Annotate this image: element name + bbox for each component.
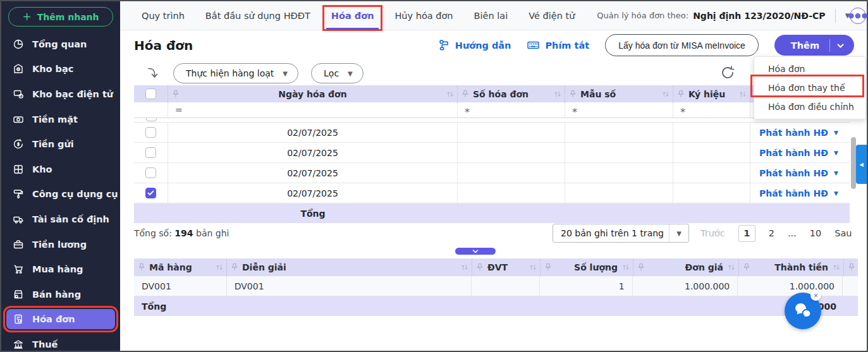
sidebar-item-ban-hang[interactable]: Bán hàng [1, 282, 120, 307]
select-all-checkbox[interactable] [145, 88, 156, 99]
shortcut-link[interactable]: Phím tắt [527, 39, 589, 51]
column-header-template[interactable]: Mẫu số [565, 85, 673, 102]
invoice-decree-selector[interactable]: Quản lý hóa đơn theo: Nghị định 123/2020… [597, 9, 850, 23]
row-checkbox[interactable] [145, 147, 156, 158]
panel-collapse-handle[interactable] [455, 248, 496, 255]
sort-icon[interactable] [728, 264, 735, 271]
sidebar-item-tong-quan[interactable]: Tổng quan [1, 32, 120, 57]
refresh-icon[interactable] [719, 64, 736, 81]
pin-icon[interactable] [138, 264, 145, 272]
publish-invoice-button[interactable]: Phát hành HĐ▼ [750, 148, 838, 158]
guide-link[interactable]: Hướng dẫn [438, 39, 511, 51]
date-filter-input[interactable]: = [168, 102, 458, 118]
pin-icon[interactable] [848, 264, 855, 272]
column-header-symbol[interactable]: Ký hiệu [673, 85, 750, 102]
symbol-filter-input[interactable]: * [673, 102, 750, 118]
chevron-down-icon: ▼ [834, 150, 838, 156]
sort-icon[interactable] [554, 90, 561, 98]
sidebar-item-kho-bac-dien-tu[interactable]: Kho bạc điện tử [1, 82, 120, 107]
sidebar-item-tien-gui[interactable]: Tiền gửi [1, 131, 120, 157]
invoice-row[interactable]: 02/07/2025 Phát hành HĐ▼ [134, 123, 850, 143]
sidebar-item-mua-hang[interactable]: Mua hàng [1, 257, 120, 282]
sidebar-item-hoa-don[interactable]: Hóa đơn [6, 309, 115, 329]
pin-icon[interactable] [477, 264, 483, 272]
number-filter-input[interactable]: * [458, 102, 565, 118]
pin-icon[interactable] [462, 90, 468, 98]
sort-icon[interactable] [216, 264, 223, 271]
column-header-unit-price[interactable]: Đơn giá [633, 258, 739, 276]
column-header-amount[interactable]: Thành tiền [739, 258, 844, 276]
contains-operator-icon[interactable]: * [458, 102, 470, 118]
tab-ve-dien-tu[interactable]: Vé điện tử [529, 1, 575, 30]
column-header-number[interactable]: Số hóa đơn [458, 85, 565, 102]
sidebar-item-tien-mat[interactable]: Tiền mặt [1, 107, 120, 132]
tab-bien-lai[interactable]: Biên lai [474, 1, 508, 30]
menu-item-hoa-don[interactable]: Hóa đơn [754, 59, 865, 78]
publish-invoice-button[interactable]: Phát hành HĐ▼ [750, 128, 838, 138]
template-filter-input[interactable]: * [565, 102, 673, 118]
jump-to-bottom-icon[interactable] [145, 66, 161, 81]
invoice-row[interactable]: 02/07/2025 Phát hành HĐ▼ [134, 143, 850, 163]
chevron-down-icon[interactable] [830, 42, 854, 49]
invoice-row[interactable]: 02/07/2025 Phát hành HĐ▼ [134, 163, 850, 183]
row-checkbox[interactable] [145, 167, 156, 178]
sort-icon[interactable] [622, 264, 630, 271]
sort-icon[interactable] [446, 90, 454, 98]
invoice-row[interactable]: 02/07/2025 Phát hành HĐ▼ [134, 183, 850, 203]
vertical-scrollbar-thumb[interactable] [851, 137, 856, 189]
row-checkbox[interactable] [146, 118, 157, 121]
tab-quy-trinh[interactable]: Quy trình [142, 1, 185, 30]
page-size-select[interactable]: 20 bản ghi trên 1 trang ▼ [553, 224, 689, 243]
sort-icon[interactable] [461, 264, 468, 271]
column-header-quantity[interactable]: Số lượng [541, 258, 633, 276]
quick-add-button[interactable]: + Thêm nhanh [8, 7, 113, 27]
sort-icon[interactable] [739, 90, 747, 98]
add-button[interactable]: Thêm [774, 35, 854, 56]
column-header-item-code[interactable]: Mã hàng [134, 258, 227, 276]
filter-dropdown[interactable]: Lọc ▼ [311, 63, 364, 83]
sort-icon[interactable] [529, 264, 537, 271]
menu-item-hoa-don-thay-the[interactable]: Hóa đơn thay thế [754, 78, 865, 97]
page-10-button[interactable]: 10 [810, 228, 821, 238]
pin-icon[interactable] [173, 90, 179, 98]
pin-icon[interactable] [743, 264, 750, 272]
pin-icon[interactable] [638, 264, 644, 272]
sidebar-item-thue[interactable]: Thuế [1, 332, 120, 352]
prev-page-button[interactable]: Trước [700, 228, 725, 238]
column-header-stub [844, 258, 858, 276]
column-header-date[interactable]: Ngày hóa đơn [168, 85, 458, 102]
sort-icon[interactable] [662, 90, 669, 98]
pin-icon[interactable] [231, 264, 238, 272]
detail-row[interactable]: DV001 DV001 1 1.000.000 1.000.000 [134, 276, 858, 296]
equals-operator-icon[interactable]: = [168, 105, 183, 115]
more-options-button[interactable]: ●●● [850, 8, 866, 24]
contains-operator-icon[interactable]: * [673, 102, 685, 118]
sort-icon[interactable] [833, 264, 840, 271]
menu-item-hoa-don-dieu-chinh[interactable]: Hóa đơn điều chỉnh [754, 97, 865, 116]
sidebar-item-tien-luong[interactable]: Tiền lương [1, 232, 120, 257]
sidebar-item-kho[interactable]: Kho [1, 157, 120, 182]
collapse-panel-tab[interactable]: ◀ [856, 145, 867, 184]
chat-close-button[interactable]: ✕ [810, 290, 821, 301]
page-2-button[interactable]: 2 [769, 228, 774, 238]
sidebar-item-cong-cu-dung-cu[interactable]: Công cụ dụng cụ [1, 182, 120, 207]
tab-huy-hoa-don[interactable]: Hủy hóa đơn [394, 1, 453, 30]
pin-icon[interactable] [545, 264, 551, 272]
tab-bat-dau-su-dung-hddt[interactable]: Bắt đầu sử dụng HĐĐT [205, 1, 310, 30]
column-header-unit[interactable]: ĐVT [472, 258, 541, 276]
row-checkbox[interactable] [145, 127, 156, 138]
next-page-button[interactable]: Sau [834, 228, 852, 238]
column-header-description[interactable]: Diễn giải [227, 258, 472, 276]
tab-hoa-don[interactable]: Hóa đơn [331, 1, 374, 30]
publish-invoice-button[interactable]: Phát hành HĐ▼ [750, 188, 838, 198]
publish-invoice-button[interactable]: Phát hành HĐ▼ [750, 168, 838, 178]
sidebar-item-tai-san-co-dinh[interactable]: Tài sản cố định [1, 207, 120, 232]
pin-icon[interactable] [678, 90, 684, 98]
pin-icon[interactable] [570, 90, 576, 98]
get-invoice-from-meinvoice-button[interactable]: Lấy hóa đơn từ MISA meInvoice [605, 34, 759, 56]
contains-operator-icon[interactable]: * [565, 102, 577, 118]
batch-action-dropdown[interactable]: Thực hiện hàng loạt ▼ [173, 63, 298, 83]
page-1-button[interactable]: 1 [738, 225, 755, 242]
sidebar-item-kho-bac[interactable]: Kho bạc [1, 57, 120, 82]
row-checkbox[interactable] [145, 188, 156, 198]
